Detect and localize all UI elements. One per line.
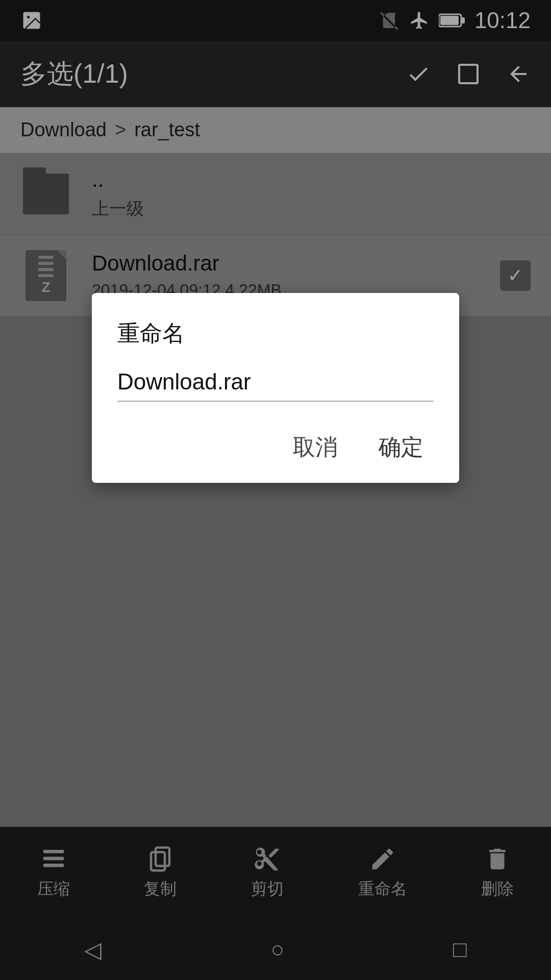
dialog-actions: 取消 确定 [117, 427, 434, 468]
rename-dialog: 重命名 取消 确定 [92, 293, 459, 483]
rename-input[interactable] [117, 369, 434, 402]
confirm-button[interactable]: 确定 [368, 427, 434, 468]
dialog-overlay: 重命名 取消 确定 [0, 0, 551, 980]
dialog-title: 重命名 [117, 318, 434, 349]
cancel-button[interactable]: 取消 [283, 427, 348, 468]
